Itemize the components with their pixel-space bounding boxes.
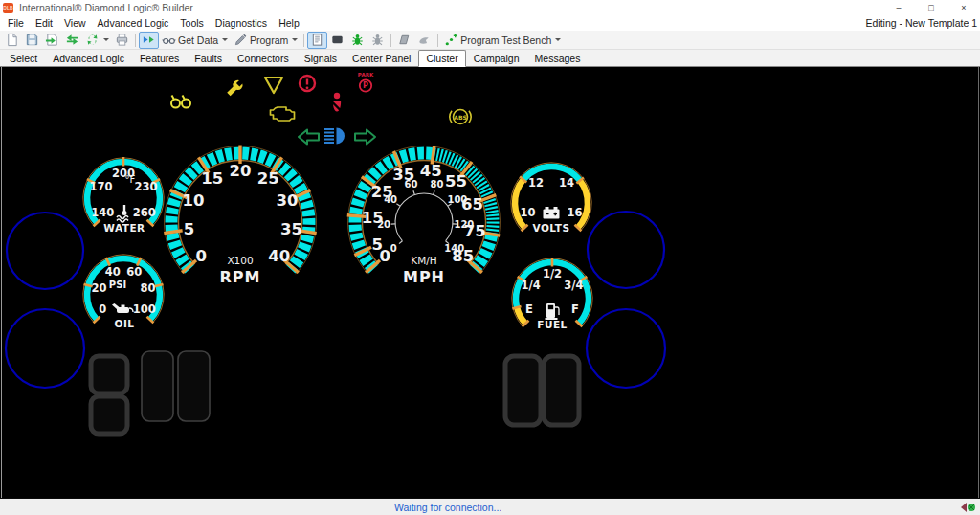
water-gauge: 140170200230260°FWATER [83, 157, 164, 234]
oil-gauge: 020406080100PSIOIL [83, 255, 164, 329]
close-button-icon[interactable]: × [947, 0, 980, 15]
eraser-icon [397, 33, 412, 47]
brake-warning-telltale-icon [300, 76, 315, 91]
new-document-button[interactable] [2, 32, 22, 49]
tab-center-panel[interactable]: Center Panel [345, 50, 418, 67]
debug-off-icon [370, 33, 385, 47]
debug-off-button[interactable] [368, 32, 388, 49]
view-document-button[interactable] [307, 32, 327, 49]
tab-select[interactable]: Select [2, 50, 45, 67]
view-document-icon [310, 33, 324, 47]
toolbar-separator [390, 34, 391, 47]
toolbar-button-label: Program [250, 34, 288, 46]
cluster-button-small-top[interactable] [91, 356, 127, 393]
gauge-tick-label: 80 [431, 179, 444, 190]
dropdown-caret-icon [103, 38, 109, 41]
toolbar: Get DataProgramProgram Test Bench [0, 31, 980, 50]
tab-messages[interactable]: Messages [527, 50, 589, 67]
park-brake-symbol: P [363, 81, 368, 90]
cluster-button-right-2[interactable] [544, 356, 579, 425]
dropdown-caret-icon [222, 38, 228, 41]
gauge-tick-label: 16 [568, 206, 583, 219]
tab-signals[interactable]: Signals [297, 50, 345, 67]
maximize-button-icon[interactable]: □ [915, 0, 947, 15]
save-icon [25, 33, 39, 47]
print-button[interactable] [112, 32, 132, 49]
menu-file[interactable]: File [2, 17, 30, 29]
app-icon: DLB [3, 3, 13, 13]
gauge-tick-label: 35 [280, 220, 302, 238]
menu-bar: FileEditViewAdvanced LogicToolsDiagnosti… [0, 15, 980, 31]
program-button[interactable]: Program [231, 32, 301, 49]
gauge-tick-label: 100 [133, 302, 156, 316]
park-brake-label: PARK [358, 72, 374, 78]
gauge-tick-label: 1/4 [522, 279, 541, 292]
connection-status-icon [958, 501, 977, 514]
kmh-caption: KM/H [411, 255, 436, 266]
gauge-tick-label: 15 [201, 169, 223, 188]
cluster-display: 0510152025303540X100RPM05152535455565758… [0, 67, 980, 498]
wait-to-start-telltale-icon [171, 96, 190, 108]
menu-edit[interactable]: Edit [30, 17, 58, 29]
refresh-icon [85, 33, 100, 47]
check-engine-telltale-icon [271, 107, 295, 121]
cluster-button-tall-left-1[interactable] [142, 351, 173, 421]
get-data-button[interactable]: Get Data [159, 32, 231, 49]
gauge-tick-label: 20 [91, 281, 106, 295]
gauge-tick-label: 5 [372, 235, 383, 254]
gauge-tick-label: 0 [99, 302, 106, 316]
menu-tools[interactable]: Tools [174, 17, 210, 29]
menu-help[interactable]: Help [273, 17, 305, 29]
turn-signal-left-telltale-icon [299, 130, 319, 145]
tab-campaign[interactable]: Campaign [466, 50, 527, 67]
fuel-gauge: E1/41/23/4FFUEL [512, 258, 592, 330]
abs-telltale-icon: ABS [450, 110, 471, 124]
cluster-button-tall-left-2[interactable] [178, 351, 210, 421]
bezel-circle [588, 212, 664, 288]
panel-button[interactable] [327, 32, 347, 49]
water-unit-label: °F [125, 174, 136, 185]
connect-icon [142, 33, 156, 47]
toolbar-separator [303, 34, 304, 47]
gauge-tick-label: E [525, 302, 533, 316]
tab-cluster[interactable]: Cluster [418, 50, 465, 67]
gauge-tick-label: 1/2 [543, 267, 562, 280]
cluster-button-small-bottom[interactable] [91, 396, 127, 434]
smudge-button[interactable] [414, 32, 434, 49]
oil-can-icon [112, 303, 133, 313]
oil-unit-label: PSI [109, 280, 126, 290]
rpm-multiplier-label: X100 [227, 255, 253, 266]
bezel-circle [6, 309, 84, 388]
window-title: International® Diamond Logic® Builder [19, 2, 193, 13]
refresh-button[interactable] [82, 32, 112, 49]
menu-diagnostics[interactable]: Diagnostics [210, 17, 273, 29]
menu-items: FileEditViewAdvanced LogicToolsDiagnosti… [2, 17, 305, 29]
gauge-tick-label: 25 [257, 169, 279, 188]
tab-features[interactable]: Features [132, 50, 187, 67]
gauge-tick-label: 60 [126, 265, 142, 279]
tab-advanced-logic[interactable]: Advanced Logic [45, 50, 132, 67]
debug-on-button[interactable] [347, 32, 368, 49]
tab-faults[interactable]: Faults [187, 50, 230, 67]
sync-icon [65, 33, 79, 47]
status-message: Waiting for connection... [394, 502, 501, 513]
test-bench-button[interactable]: Program Test Bench [441, 32, 564, 49]
gauge-tick-label: F [571, 302, 579, 316]
import-button[interactable] [42, 32, 62, 49]
tab-connectors[interactable]: Connectors [230, 50, 297, 67]
menu-view[interactable]: View [58, 17, 92, 29]
volts-gauge: 10121416VOLTS [511, 163, 591, 234]
cluster-button-right-1[interactable] [505, 356, 541, 425]
save-button[interactable] [22, 32, 42, 49]
toolbar-button-label: Program Test Bench [460, 34, 551, 46]
gauge-tick-label: 230 [134, 180, 157, 193]
rpm-gauge: 0510152025303540X100RPM [164, 146, 316, 286]
sync-button[interactable] [62, 32, 82, 49]
connect-button[interactable] [139, 32, 159, 49]
minimize-button-icon[interactable]: – [882, 0, 915, 15]
eraser-button[interactable] [394, 32, 414, 49]
menu-advanced-logic[interactable]: Advanced Logic [92, 17, 175, 29]
fuel-caption: FUEL [537, 319, 568, 330]
gauge-tick-label: 30 [277, 191, 299, 210]
gauge-tick-label: 12 [528, 176, 544, 190]
